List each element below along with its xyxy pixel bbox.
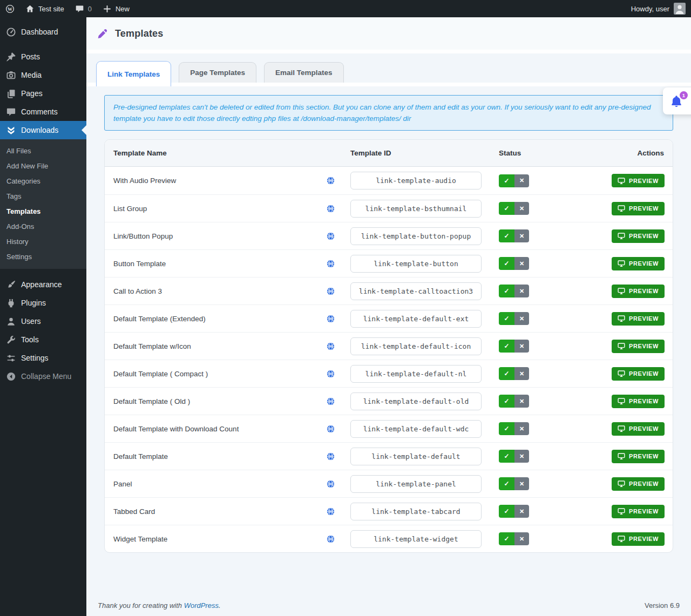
template-id-cell bbox=[350, 420, 482, 438]
template-id-input[interactable] bbox=[350, 448, 482, 465]
status-disable-button[interactable]: ✕ bbox=[514, 202, 529, 215]
status-disable-button[interactable]: ✕ bbox=[514, 422, 529, 435]
site-name-link[interactable]: Test site bbox=[20, 0, 70, 17]
status-enable-button[interactable]: ✓ bbox=[499, 422, 514, 435]
howdy-user-label[interactable]: Howdy, user bbox=[631, 5, 669, 13]
status-enable-button[interactable]: ✓ bbox=[499, 340, 514, 353]
template-id-input[interactable] bbox=[350, 365, 482, 383]
monitor-icon bbox=[618, 507, 625, 515]
status-enable-button[interactable]: ✓ bbox=[499, 477, 514, 490]
preview-button[interactable]: PREVIEW bbox=[612, 257, 665, 270]
status-enable-button[interactable]: ✓ bbox=[499, 395, 514, 408]
preview-button[interactable]: PREVIEW bbox=[612, 505, 665, 518]
status-enable-button[interactable]: ✓ bbox=[499, 174, 514, 187]
template-id-input[interactable] bbox=[350, 337, 482, 355]
preview-button[interactable]: PREVIEW bbox=[612, 532, 665, 546]
status-enable-button[interactable]: ✓ bbox=[499, 532, 514, 545]
preview-button[interactable]: PREVIEW bbox=[612, 422, 665, 436]
status-disable-button[interactable]: ✕ bbox=[514, 367, 529, 380]
status-disable-button[interactable]: ✕ bbox=[514, 395, 529, 408]
status-disable-button[interactable]: ✕ bbox=[514, 340, 529, 353]
submenu-item-tags[interactable]: Tags bbox=[0, 188, 86, 204]
sidebar-item-media[interactable]: Media bbox=[0, 66, 86, 84]
tab-link-templates[interactable]: Link Templates bbox=[96, 61, 171, 86]
status-enable-button[interactable]: ✓ bbox=[499, 229, 514, 242]
notification-widget[interactable]: 1 bbox=[663, 87, 691, 114]
status-disable-button[interactable]: ✕ bbox=[514, 532, 529, 545]
template-id-input[interactable] bbox=[350, 172, 482, 189]
status-enable-button[interactable]: ✓ bbox=[499, 450, 514, 463]
template-id-input[interactable] bbox=[350, 227, 482, 245]
template-id-input[interactable] bbox=[350, 530, 482, 548]
sidebar-item-collapse-menu[interactable]: Collapse Menu bbox=[0, 367, 86, 385]
status-cell: ✓ ✕ bbox=[482, 202, 606, 215]
preview-button[interactable]: PREVIEW bbox=[612, 312, 665, 326]
status-enable-button[interactable]: ✓ bbox=[499, 505, 514, 518]
sidebar-item-comments[interactable]: Comments bbox=[0, 103, 86, 121]
preview-button[interactable]: PREVIEW bbox=[612, 395, 665, 408]
sidebar-item-downloads[interactable]: Downloads bbox=[0, 121, 86, 139]
preview-button[interactable]: PREVIEW bbox=[612, 367, 665, 381]
template-id-input[interactable] bbox=[350, 420, 482, 438]
sidebar-item-users[interactable]: Users bbox=[0, 312, 86, 330]
preview-button[interactable]: PREVIEW bbox=[612, 340, 665, 353]
template-id-input[interactable] bbox=[350, 503, 482, 520]
status-enable-button[interactable]: ✓ bbox=[499, 312, 514, 325]
new-content-menu[interactable]: New bbox=[97, 0, 135, 17]
status-disable-button[interactable]: ✕ bbox=[514, 257, 529, 270]
submenu-item-add-new-file[interactable]: Add New File bbox=[0, 158, 86, 173]
status-disable-button[interactable]: ✕ bbox=[514, 285, 529, 297]
sidebar-item-plugins[interactable]: Plugins bbox=[0, 294, 86, 312]
status-disable-button[interactable]: ✕ bbox=[514, 312, 529, 325]
submenu-item-settings[interactable]: Settings bbox=[0, 249, 86, 264]
preview-button[interactable]: PREVIEW bbox=[612, 477, 665, 491]
template-id-input[interactable] bbox=[350, 475, 482, 493]
wordpress-logo-menu[interactable]: W bbox=[0, 0, 20, 17]
submenu-item-all-files[interactable]: All Files bbox=[0, 143, 86, 158]
avatar[interactable] bbox=[674, 3, 686, 15]
comments-count: 0 bbox=[88, 5, 92, 13]
preview-button[interactable]: PREVIEW bbox=[612, 202, 665, 215]
submenu-item-history[interactable]: History bbox=[0, 234, 86, 249]
preview-button[interactable]: PREVIEW bbox=[612, 285, 665, 298]
status-disable-button[interactable]: ✕ bbox=[514, 229, 529, 242]
template-id-input[interactable] bbox=[350, 255, 482, 273]
status-enable-button[interactable]: ✓ bbox=[499, 202, 514, 215]
preview-button[interactable]: PREVIEW bbox=[612, 229, 665, 243]
sidebar-item-settings[interactable]: Settings bbox=[0, 349, 86, 367]
footer-thanks-text: Thank you for creating with bbox=[98, 601, 182, 610]
submenu-item-templates[interactable]: Templates bbox=[0, 204, 86, 219]
plugins-icon bbox=[6, 298, 16, 308]
monitor-icon bbox=[618, 452, 625, 460]
tab-email-templates[interactable]: Email Templates bbox=[264, 62, 344, 83]
status-disable-button[interactable]: ✕ bbox=[514, 174, 529, 187]
sidebar-item-tools[interactable]: Tools bbox=[0, 330, 86, 349]
template-id-cell bbox=[350, 530, 482, 548]
status-disable-button[interactable]: ✕ bbox=[514, 477, 529, 490]
status-disable-button[interactable]: ✕ bbox=[514, 450, 529, 463]
preview-button-label: PREVIEW bbox=[629, 536, 659, 542]
submenu-item-add-ons[interactable]: Add-Ons bbox=[0, 219, 86, 234]
actions-cell: PREVIEW bbox=[606, 229, 673, 243]
sidebar-item-appearance[interactable]: Appearance bbox=[0, 275, 86, 294]
table-row: Tabbed Card ✓ ✕ PREVIEW bbox=[105, 497, 673, 525]
tab-page-templates[interactable]: Page Templates bbox=[179, 62, 256, 83]
sidebar-item-pages[interactable]: Pages bbox=[0, 84, 86, 103]
bell-icon[interactable]: 1 bbox=[670, 94, 683, 107]
sidebar-item-posts[interactable]: Posts bbox=[0, 48, 86, 66]
status-enable-button[interactable]: ✓ bbox=[499, 367, 514, 380]
submenu-item-categories[interactable]: Categories bbox=[0, 173, 86, 188]
template-id-input[interactable] bbox=[350, 200, 482, 218]
wordpress-link[interactable]: WordPress bbox=[184, 601, 219, 610]
template-id-input[interactable] bbox=[350, 282, 482, 300]
status-enable-button[interactable]: ✓ bbox=[499, 285, 514, 297]
preview-button[interactable]: PREVIEW bbox=[612, 174, 665, 187]
template-name-cell: Default Template w/Icon bbox=[105, 342, 350, 351]
status-enable-button[interactable]: ✓ bbox=[499, 257, 514, 270]
template-id-input[interactable] bbox=[350, 392, 482, 410]
sidebar-item-dashboard[interactable]: Dashboard bbox=[0, 23, 86, 41]
preview-button[interactable]: PREVIEW bbox=[612, 450, 665, 463]
status-disable-button[interactable]: ✕ bbox=[514, 505, 529, 518]
comments-shortcut[interactable]: 0 bbox=[70, 0, 97, 17]
template-id-input[interactable] bbox=[350, 310, 482, 328]
